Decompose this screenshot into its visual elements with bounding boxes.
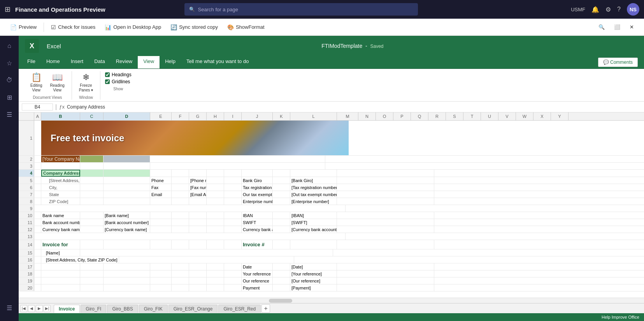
cell-rest-4[interactable] bbox=[337, 170, 434, 177]
sheet-tab-giro-fik[interactable]: Giro_FIK bbox=[139, 305, 168, 313]
cell-J5[interactable]: Bank Giro bbox=[242, 177, 273, 184]
cell-D18[interactable] bbox=[104, 270, 150, 277]
cell-rest-12[interactable] bbox=[337, 226, 434, 233]
cell-F14[interactable] bbox=[172, 240, 189, 249]
bell-icon[interactable]: 🔔 bbox=[591, 6, 599, 13]
preview-button[interactable]: 📄 Preview bbox=[6, 23, 40, 32]
cell-A7[interactable] bbox=[34, 191, 41, 198]
cell-I10[interactable] bbox=[224, 212, 242, 219]
cell-B12[interactable]: Currency bank name bbox=[41, 226, 80, 233]
cell-J18[interactable]: Your reference bbox=[242, 270, 273, 277]
cell-H8[interactable] bbox=[207, 198, 224, 205]
cell-C19[interactable] bbox=[80, 277, 104, 284]
cell-rest-19[interactable] bbox=[337, 277, 434, 284]
cell-A8[interactable] bbox=[34, 198, 41, 205]
cell-F10[interactable] bbox=[172, 212, 189, 219]
ribbon-tab-data[interactable]: Data bbox=[89, 56, 110, 68]
cell-I11[interactable] bbox=[224, 219, 242, 226]
cell-C20[interactable] bbox=[80, 284, 104, 291]
h-scrollbar-thumb[interactable] bbox=[269, 299, 292, 303]
cell-E7[interactable]: Email bbox=[150, 191, 172, 198]
cell-D8[interactable] bbox=[104, 198, 150, 205]
cell-rest-7[interactable] bbox=[337, 191, 434, 198]
cell-F5[interactable] bbox=[172, 177, 189, 184]
cell-A2[interactable] bbox=[34, 156, 41, 162]
cell-B2[interactable]: [Your Company Name] bbox=[41, 156, 80, 162]
cell-rest-20[interactable] bbox=[337, 284, 434, 291]
sheet-nav-last[interactable]: ▶| bbox=[44, 305, 51, 312]
cell-A1[interactable] bbox=[34, 121, 41, 155]
cell-H17[interactable] bbox=[207, 263, 224, 270]
cell-C4[interactable] bbox=[80, 170, 104, 177]
cell-C6[interactable] bbox=[80, 184, 104, 191]
cell-G14[interactable] bbox=[189, 240, 207, 249]
cell-rest-8[interactable] bbox=[337, 198, 434, 205]
open-desktop-button[interactable]: 📊 Open in Desktop App bbox=[101, 23, 165, 32]
cell-I20[interactable] bbox=[224, 284, 242, 291]
cell-E20[interactable] bbox=[150, 284, 172, 291]
cell-B3[interactable] bbox=[41, 163, 80, 169]
cell-E8[interactable] bbox=[150, 198, 172, 205]
ribbon-tab-insert[interactable]: Insert bbox=[65, 56, 89, 68]
cell-F20[interactable] bbox=[172, 284, 189, 291]
sheet-nav-first[interactable]: |◀ bbox=[20, 305, 27, 312]
sidebar-icon-grid[interactable]: ⊞ bbox=[2, 90, 16, 104]
cell-E10[interactable] bbox=[150, 212, 172, 219]
grid-icon[interactable]: ⊞ bbox=[5, 5, 11, 14]
cell-E4[interactable] bbox=[150, 170, 172, 177]
cell-E18[interactable] bbox=[150, 270, 172, 277]
horizontal-scrollbar[interactable] bbox=[19, 298, 644, 303]
cell-I12[interactable] bbox=[224, 226, 242, 233]
cell-D19[interactable] bbox=[104, 277, 150, 284]
cell-rest-18[interactable] bbox=[337, 270, 434, 277]
cell-J12[interactable]: Currency bank account number bbox=[242, 226, 273, 233]
cell-F17[interactable] bbox=[172, 263, 189, 270]
cell-D20[interactable] bbox=[104, 284, 150, 291]
cell-B7[interactable]: State bbox=[41, 191, 80, 198]
cell-B4[interactable]: Company Address bbox=[41, 170, 80, 177]
cell-G5[interactable]: [Phone number] bbox=[189, 177, 207, 184]
cell-C12[interactable] bbox=[80, 226, 104, 233]
cell-A3[interactable] bbox=[34, 163, 41, 169]
sync-copy-button[interactable]: 🔄 Sync stored copy bbox=[167, 23, 222, 32]
cell-A4[interactable] bbox=[34, 170, 41, 177]
cell-E5[interactable]: Phone bbox=[150, 177, 172, 184]
cell-F19[interactable] bbox=[172, 277, 189, 284]
cell-L4[interactable] bbox=[290, 170, 337, 177]
cell-B10[interactable]: Bank name bbox=[41, 212, 80, 219]
cell-I4[interactable] bbox=[224, 170, 242, 177]
cell-L6[interactable]: [Tax registration number] bbox=[290, 184, 337, 191]
cell-row9[interactable] bbox=[34, 205, 346, 212]
cell-rest-6[interactable] bbox=[337, 184, 434, 191]
cell-I8[interactable] bbox=[224, 198, 242, 205]
cell-G12[interactable] bbox=[189, 226, 207, 233]
cell-D14[interactable] bbox=[104, 240, 150, 249]
cell-A20[interactable] bbox=[34, 284, 41, 291]
cell-I17[interactable] bbox=[224, 263, 242, 270]
cell-K5[interactable] bbox=[273, 177, 290, 184]
cell-E2-rest[interactable] bbox=[150, 156, 325, 162]
cell-E6[interactable]: Fax bbox=[150, 184, 172, 191]
sheet-tab-giro-esr-red[interactable]: Giro_ESR_Red bbox=[218, 305, 261, 313]
cell-rest-17[interactable] bbox=[337, 263, 434, 270]
cell-B16[interactable]: [Street Address, City, State ZIP Code] bbox=[41, 256, 119, 263]
cell-H12[interactable] bbox=[207, 226, 224, 233]
gridlines-checkbox[interactable]: Gridlines bbox=[105, 79, 132, 84]
help-icon[interactable]: ? bbox=[617, 6, 621, 13]
cell-B6[interactable]: City, bbox=[41, 184, 80, 191]
cell-L8[interactable]: [Enterprise number] bbox=[290, 198, 337, 205]
cell-K17[interactable] bbox=[273, 263, 290, 270]
cell-D12[interactable]: [Currency bank name] bbox=[104, 226, 150, 233]
cell-F6[interactable] bbox=[172, 184, 189, 191]
cell-rest-3[interactable] bbox=[150, 163, 325, 169]
cell-K4[interactable] bbox=[273, 170, 290, 177]
sidebar-icon-list[interactable]: ☰ bbox=[2, 107, 16, 121]
cell-K18[interactable] bbox=[273, 270, 290, 277]
ribbon-tab-review[interactable]: Review bbox=[111, 56, 138, 68]
search-bar[interactable]: 🔍 Search for a page bbox=[184, 3, 418, 16]
cell-I14[interactable] bbox=[224, 240, 242, 249]
cell-J17[interactable]: Date bbox=[242, 263, 273, 270]
cell-row13[interactable] bbox=[34, 233, 346, 240]
cell-I7[interactable] bbox=[224, 191, 242, 198]
editing-view-button[interactable]: 📋 EditingView bbox=[28, 71, 45, 94]
